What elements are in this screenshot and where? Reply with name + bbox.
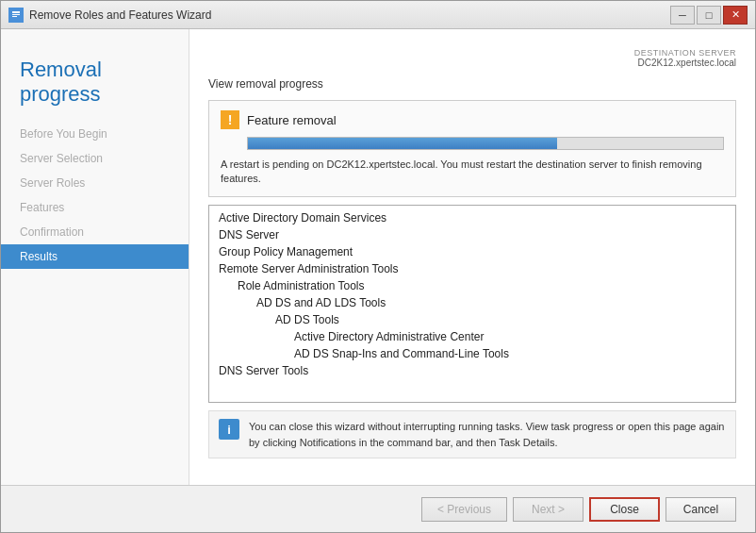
sidebar-item-features: Features [1, 195, 189, 220]
destination-server-info: DESTINATION SERVER DC2K12.xpertstec.loca… [634, 48, 736, 68]
minimize-button[interactable]: ─ [670, 6, 695, 25]
svg-rect-3 [12, 16, 17, 17]
destination-server-label: DESTINATION SERVER [634, 48, 736, 58]
sidebar-item-server-selection: Server Selection [1, 146, 189, 171]
info-icon: i [219, 419, 239, 440]
feature-item-1: DNS Server [209, 226, 735, 243]
window-title: Remove Roles and Features Wizard [29, 8, 211, 22]
feature-removal-box: ! Feature removal A restart is pending o… [208, 100, 736, 197]
window-controls: ─ □ ✕ [670, 6, 748, 25]
bottom-bar: < Previous Next > Close Cancel [1, 485, 755, 532]
page-title-area: Removal progress [1, 39, 189, 122]
section-label: View removal progress [208, 77, 736, 91]
maximize-button[interactable]: □ [697, 6, 721, 25]
sidebar-item-before-you-begin: Before You Begin [1, 122, 189, 146]
sidebar-item-results[interactable]: Results [1, 244, 189, 269]
svg-rect-1 [12, 11, 20, 13]
destination-server-name: DC2K12.xpertstec.local [634, 58, 736, 68]
wizard-window: Remove Roles and Features Wizard ─ □ ✕ R… [0, 0, 756, 533]
title-bar: Remove Roles and Features Wizard ─ □ ✕ [1, 1, 755, 29]
feature-item-5: AD DS and AD LDS Tools [209, 294, 735, 311]
feature-item-6: AD DS Tools [209, 311, 735, 328]
content-area: Removal progress Before You Begin Server… [1, 29, 755, 485]
features-list-scroll[interactable]: Active Directory Domain Services DNS Ser… [209, 206, 735, 402]
cancel-button[interactable]: Cancel [666, 497, 736, 522]
sidebar-item-confirmation: Confirmation [1, 220, 189, 244]
feature-item-8: AD DS Snap-Ins and Command-Line Tools [209, 345, 735, 362]
progress-bar-fill [248, 138, 557, 149]
feature-removal-header: ! Feature removal [221, 110, 724, 129]
feature-item-3: Remote Server Administration Tools [209, 260, 735, 277]
feature-item-9: DNS Server Tools [209, 362, 735, 379]
page-title: Removal progress [20, 58, 170, 108]
features-list-container: Active Directory Domain Services DNS Ser… [208, 205, 736, 403]
info-box: i You can close this wizard without inte… [208, 410, 736, 458]
feature-item-7: Active Directory Administrative Center [209, 328, 735, 345]
title-bar-left: Remove Roles and Features Wizard [8, 8, 211, 23]
sidebar-nav: Before You Begin Server Selection Server… [1, 122, 189, 269]
window-close-button[interactable]: ✕ [723, 6, 748, 25]
warning-icon: ! [221, 110, 239, 129]
app-icon [8, 8, 24, 23]
feature-removal-title: Feature removal [247, 113, 337, 127]
info-text: You can close this wizard without interr… [249, 419, 726, 450]
sidebar: Removal progress Before You Begin Server… [1, 29, 189, 485]
restart-message: A restart is pending on DC2K12.xpertstec… [221, 158, 724, 187]
next-button[interactable]: Next > [513, 497, 583, 522]
previous-button[interactable]: < Previous [421, 497, 507, 522]
svg-rect-2 [12, 14, 20, 15]
main-content: DESTINATION SERVER DC2K12.xpertstec.loca… [189, 29, 755, 485]
feature-item-2: Group Policy Management [209, 243, 735, 260]
sidebar-item-server-roles: Server Roles [1, 171, 189, 195]
progress-bar-container [247, 137, 724, 150]
feature-item-0: Active Directory Domain Services [209, 209, 735, 226]
feature-item-4: Role Administration Tools [209, 277, 735, 294]
close-button[interactable]: Close [589, 497, 660, 522]
